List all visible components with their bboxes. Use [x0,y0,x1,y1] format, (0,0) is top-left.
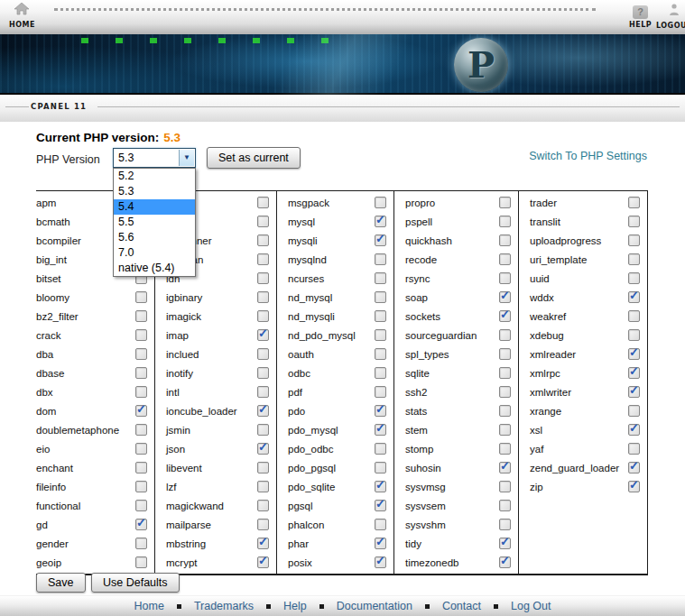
php-version-option[interactable]: native (5.4) [114,261,195,276]
extension-checkbox-fileinfo[interactable] [135,481,147,492]
home-button[interactable]: HOME [9,3,35,29]
extension-checkbox-oauth[interactable] [375,348,386,360]
extension-checkbox-pdo_pgsql[interactable] [375,462,386,473]
extension-checkbox-enchant[interactable] [135,462,147,473]
extension-checkbox-crack[interactable] [135,329,147,341]
extension-checkbox-jsmin[interactable] [257,424,269,436]
php-version-option[interactable]: 5.6 [114,230,195,245]
extension-checkbox-sysvshm[interactable] [499,519,511,530]
extension-checkbox-trader[interactable] [628,197,640,208]
php-version-option[interactable]: 5.4 [114,199,195,215]
extension-checkbox-nd_mysql[interactable] [375,291,386,303]
extension-checkbox-functional[interactable] [135,500,147,511]
extension-checkbox-nd_pdo_mysql[interactable] [375,329,386,341]
extension-checkbox-pdo_mysql[interactable] [375,424,386,436]
extension-checkbox-lzf[interactable] [257,481,269,492]
extension-checkbox-bloomy[interactable] [135,291,147,303]
extension-checkbox-uri_template[interactable] [628,253,640,265]
extension-checkbox-gender[interactable] [135,538,147,549]
extension-checkbox-dba[interactable] [135,348,147,360]
extension-checkbox-pdo[interactable] [375,405,386,417]
extension-checkbox-pgsql[interactable] [375,500,386,511]
extension-checkbox-idn[interactable] [257,272,269,284]
extension-checkbox-propro[interactable] [499,197,511,208]
extension-checkbox-pdo_odbc[interactable] [375,443,386,455]
extension-checkbox-stats[interactable] [499,405,511,417]
php-version-option[interactable]: 5.5 [114,215,195,230]
extension-checkbox-mysql[interactable] [375,216,386,227]
extension-checkbox-intl[interactable] [257,386,269,398]
set-as-current-button[interactable]: Set as current [207,147,301,169]
extension-checkbox-sqlite[interactable] [499,367,511,379]
extension-checkbox-sysvmsg[interactable] [499,481,511,492]
extension-checkbox-timezonedb[interactable] [499,556,511,568]
extension-checkbox-eio[interactable] [135,443,147,455]
extension-checkbox-inclued[interactable] [257,348,269,360]
extension-checkbox-xmlreader[interactable] [628,348,640,360]
extension-checkbox-igbinary[interactable] [257,291,269,303]
extension-checkbox-haru[interactable] [257,197,269,208]
extension-checkbox-stomp[interactable] [499,443,511,455]
extension-checkbox-phar[interactable] [375,538,386,549]
extension-checkbox-msgpack[interactable] [375,197,386,208]
extension-checkbox-ncurses[interactable] [375,272,386,284]
extension-checkbox-suhosin[interactable] [499,462,511,473]
logout-button[interactable]: LOGOUT [656,3,685,30]
extension-checkbox-bz2_filter[interactable] [135,310,147,322]
extension-checkbox-zip[interactable] [628,481,640,492]
extension-checkbox-pspell[interactable] [499,216,511,227]
extension-checkbox-quickhash[interactable] [499,234,511,246]
extension-checkbox-posix[interactable] [375,556,386,568]
extension-checkbox-weakref[interactable] [628,310,640,322]
extension-checkbox-pdo_sqlite[interactable] [375,481,386,492]
extension-checkbox-dbx[interactable] [135,386,147,398]
footer-link-trademarks[interactable]: Trademarks [194,600,254,612]
extension-checkbox-uploadprogress[interactable] [628,234,640,246]
extension-checkbox-odbc[interactable] [375,367,386,379]
extension-checkbox-xdebug[interactable] [628,329,640,341]
extension-checkbox-uuid[interactable] [628,272,640,284]
php-version-dropdown-list[interactable]: 5.25.35.45.55.67.0native (5.4) [113,168,196,277]
php-version-select[interactable]: 5.3 ▼ [113,148,196,168]
extension-checkbox-imagick[interactable] [257,310,269,322]
extension-checkbox-yaf[interactable] [628,443,640,455]
extension-checkbox-xrange[interactable] [628,405,640,417]
extension-checkbox-dom[interactable] [135,405,147,417]
footer-link-help[interactable]: Help [283,600,307,612]
extension-checkbox-soap[interactable] [499,291,511,303]
extension-checkbox-tidy[interactable] [499,538,511,549]
extension-checkbox-ssh2[interactable] [499,386,511,398]
extension-checkbox-libevent[interactable] [257,462,269,473]
php-version-option[interactable]: 7.0 [114,245,195,261]
extension-checkbox-mysqlnd[interactable] [375,253,386,265]
extension-checkbox-htscanner[interactable] [257,234,269,246]
extension-checkbox-ioncube_loader[interactable] [257,405,269,417]
save-button[interactable]: Save [36,573,86,593]
extension-checkbox-doublemetaphone[interactable] [135,424,147,436]
extension-checkbox-huffman[interactable] [257,253,269,265]
php-version-option[interactable]: 5.2 [114,169,195,184]
extension-checkbox-magickwand[interactable] [257,500,269,511]
footer-link-log-out[interactable]: Log Out [511,600,551,612]
extension-checkbox-xmlrpc[interactable] [628,367,640,379]
extension-checkbox-xsl[interactable] [628,424,640,436]
extension-checkbox-stem[interactable] [499,424,511,436]
extension-checkbox-recode[interactable] [499,253,511,265]
footer-link-home[interactable]: Home [134,600,164,612]
extension-checkbox-dbase[interactable] [135,367,147,379]
footer-link-documentation[interactable]: Documentation [337,600,412,612]
select-arrow-button[interactable]: ▼ [179,150,194,166]
extension-checkbox-translit[interactable] [628,216,640,227]
extension-checkbox-mysqli[interactable] [375,234,386,246]
extension-checkbox-wddx[interactable] [628,291,640,303]
extension-checkbox-geoip[interactable] [135,556,147,568]
extension-checkbox-mbstring[interactable] [257,538,269,549]
php-version-option[interactable]: 5.3 [114,184,195,199]
footer-link-contact[interactable]: Contact [442,600,481,612]
extension-checkbox-nd_mysqli[interactable] [375,310,386,322]
extension-checkbox-sourceguardian[interactable] [499,329,511,341]
help-button[interactable]: ? HELP [629,3,652,29]
extension-checkbox-mailparse[interactable] [257,519,269,530]
extension-checkbox-hidef[interactable] [257,216,269,227]
extension-checkbox-pdf[interactable] [375,386,386,398]
